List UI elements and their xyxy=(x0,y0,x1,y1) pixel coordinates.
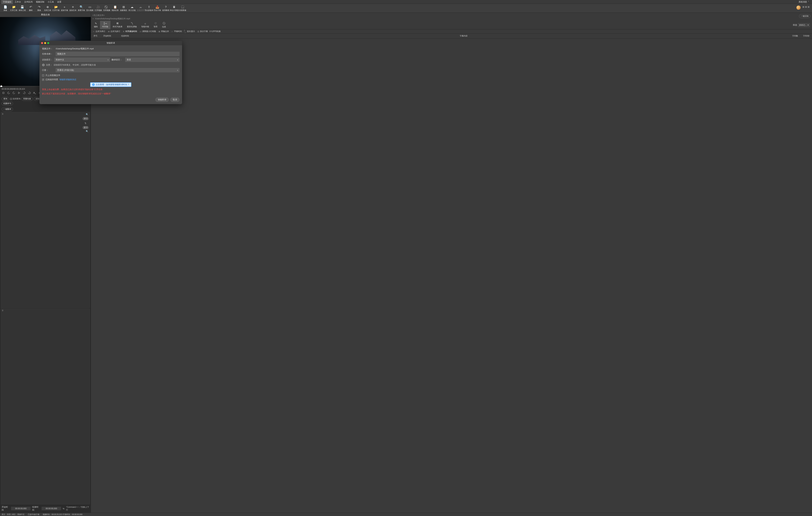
accent-select[interactable]: 普通话 (中国大陆) ▾ xyxy=(56,68,179,72)
video-file-label: 视频文件： xyxy=(42,47,54,50)
service-agreement-link[interactable]: 智能听译服务协议 xyxy=(59,78,76,81)
info-circle-icon: i xyxy=(42,64,45,66)
recognition-language-select[interactable]: 简体中文 ▾ xyxy=(54,58,110,62)
warning-text-2: 默认情况下返回原文内容，如需翻译，请在智能听译完成后点击"一键翻译" xyxy=(42,92,179,95)
minimize-window-button[interactable] xyxy=(44,42,46,44)
dialog-title: 智能听译 xyxy=(39,41,182,45)
traffic-lights xyxy=(41,42,49,44)
close-window-button[interactable] xyxy=(41,42,43,44)
info-circle-icon: i xyxy=(92,83,95,86)
note-label: 注意： xyxy=(46,63,52,66)
video-file-value: /Users/bobzhang/Desktop/视频文件.mp4 xyxy=(56,47,94,50)
smart-transcribe-dialog: 智能听译 视频文件： /Users/bobzhang/Desktop/视频文件.… xyxy=(39,41,182,104)
translation-language-label: 翻译语言： xyxy=(112,58,123,61)
note-text: 识别语言为非英文、中文时，识别率可能欠佳 xyxy=(54,63,96,66)
recognition-language-label: 识别语言： xyxy=(42,58,53,61)
dialog-confirm-button[interactable]: 智能听译 xyxy=(155,97,169,102)
task-name-label: 任务名称： xyxy=(42,53,54,55)
help-bubble-link[interactable]: i 点击查看：如何获取智能听译时长？ xyxy=(90,82,132,87)
upload-audio-only-checkbox[interactable] xyxy=(42,75,44,77)
dialog-cancel-button[interactable]: 取消 xyxy=(170,97,179,102)
warning-text-1: 重复上传会被扣费，如果您已执行过听译请到"我的任务"打开任务 xyxy=(42,88,179,91)
upload-audio-only-label: 只上传音频文件 xyxy=(46,74,60,77)
accent-label: 口音： xyxy=(42,69,54,71)
agree-prefix: 已阅读并同意 xyxy=(46,78,58,81)
chevron-down-icon: ▾ xyxy=(177,59,178,61)
dialog-titlebar[interactable]: 智能听译 xyxy=(39,41,182,45)
task-name-input[interactable] xyxy=(56,52,179,56)
zoom-window-button[interactable] xyxy=(47,42,49,44)
translation-language-select[interactable]: 英语 ▾ xyxy=(125,58,179,62)
agree-terms-checkbox[interactable] xyxy=(42,79,44,81)
chevron-down-icon: ▾ xyxy=(177,69,178,71)
chevron-down-icon: ▾ xyxy=(108,59,109,61)
